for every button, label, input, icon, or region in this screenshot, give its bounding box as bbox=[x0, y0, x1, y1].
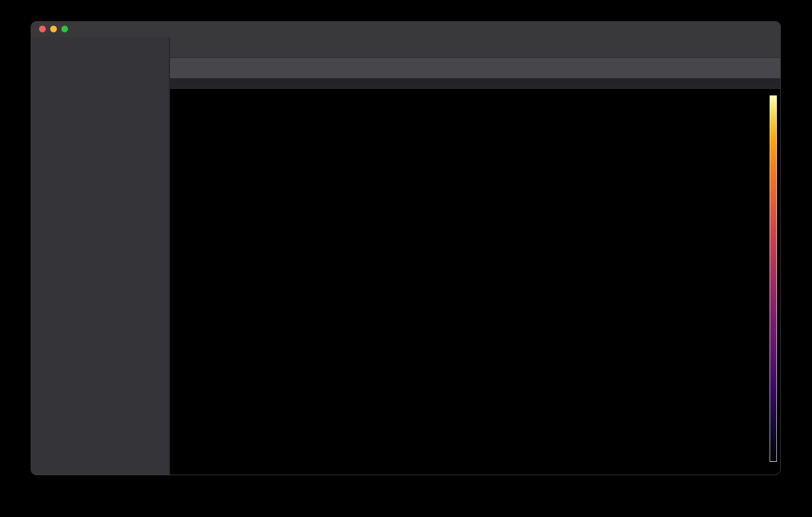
sidebar bbox=[31, 37, 170, 475]
view-toolbar bbox=[170, 58, 780, 79]
minimize-button[interactable] bbox=[50, 26, 57, 32]
plot-settings-button[interactable] bbox=[761, 61, 775, 75]
view-title-group bbox=[170, 58, 780, 78]
window-title bbox=[170, 22, 780, 37]
app-window bbox=[31, 21, 781, 475]
settings-button[interactable] bbox=[730, 40, 743, 55]
content-pane bbox=[170, 37, 780, 475]
titlebar bbox=[31, 22, 780, 37]
toolbar bbox=[170, 37, 780, 58]
microphone-icon[interactable] bbox=[200, 40, 214, 55]
plot-area bbox=[170, 89, 780, 475]
colorbar bbox=[770, 95, 777, 462]
signal-route-button[interactable] bbox=[177, 61, 191, 75]
display-options-button[interactable] bbox=[739, 61, 752, 75]
toolbar-right-group bbox=[703, 40, 773, 55]
sidebar-toggle-button[interactable] bbox=[177, 40, 191, 55]
zoom-button[interactable] bbox=[61, 26, 68, 32]
info-button[interactable] bbox=[757, 40, 770, 55]
view-toolbar-right bbox=[739, 61, 775, 75]
spectrogram-plot[interactable] bbox=[207, 96, 729, 456]
traffic-lights bbox=[39, 26, 68, 32]
share-button[interactable] bbox=[703, 40, 717, 55]
cursor-readout-bar bbox=[170, 79, 780, 89]
play-button[interactable] bbox=[227, 40, 240, 55]
close-button[interactable] bbox=[39, 26, 46, 32]
